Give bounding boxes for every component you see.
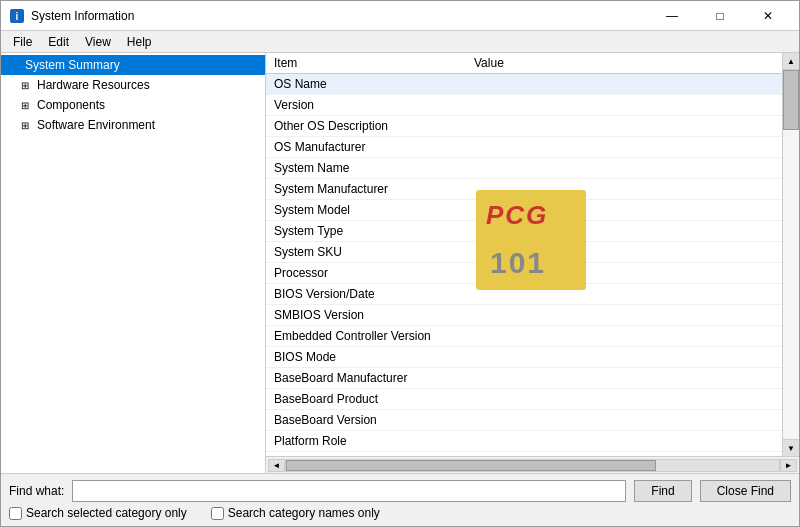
main-content: System Summary ⊞ Hardware Resources ⊞ Co…: [1, 53, 799, 473]
table-cell-item: System Name: [266, 158, 466, 179]
find-input[interactable]: [72, 480, 626, 502]
table-cell-item: Platform Role: [266, 431, 466, 452]
table-cell-item: System Type: [266, 221, 466, 242]
scroll-track[interactable]: [285, 459, 780, 472]
find-label: Find what:: [9, 484, 64, 498]
checkbox-row: Search selected category only Search cat…: [9, 506, 791, 520]
table-cell-item: BaseBoard Product: [266, 389, 466, 410]
title-bar: i System Information — □ ✕: [1, 1, 799, 31]
table-cell-item: OS Manufacturer: [266, 137, 466, 158]
window-controls: — □ ✕: [649, 1, 791, 31]
table-row: SMBIOS Version: [266, 305, 782, 326]
table-row: BIOS Mode: [266, 347, 782, 368]
checkbox-category-names-label[interactable]: Search category names only: [211, 506, 380, 520]
minimize-button[interactable]: —: [649, 1, 695, 31]
data-table: Item Value OS NameVersionOther OS Descri…: [266, 53, 782, 452]
table-cell-item: System Manufacturer: [266, 179, 466, 200]
title-bar-left: i System Information: [9, 8, 134, 24]
table-cell-item: Version: [266, 95, 466, 116]
table-cell-item: Other OS Description: [266, 116, 466, 137]
table-cell-value: [466, 158, 782, 179]
bottom-panel: Find what: Find Close Find Search select…: [1, 473, 799, 526]
svg-text:i: i: [16, 11, 19, 22]
table-cell-item: Processor: [266, 263, 466, 284]
scroll-thumb[interactable]: [783, 70, 799, 130]
scroll-up-btn[interactable]: ▲: [783, 53, 799, 70]
table-row: System ModelPCG101: [266, 200, 782, 221]
table-cell-value: [466, 347, 782, 368]
checkbox-category-names[interactable]: [211, 507, 224, 520]
sidebar-item-hardware-resources[interactable]: ⊞ Hardware Resources: [1, 75, 265, 95]
main-window: i System Information — □ ✕ File Edit Vie…: [0, 0, 800, 527]
table-row: BaseBoard Product: [266, 389, 782, 410]
table-cell-item: OS Name: [266, 74, 466, 95]
table-cell-value: [466, 368, 782, 389]
close-find-button[interactable]: Close Find: [700, 480, 791, 502]
table-cell-value: [466, 74, 782, 95]
checkbox2-label: Search category names only: [228, 506, 380, 520]
table-row: BaseBoard Manufacturer: [266, 368, 782, 389]
sidebar-item-system-summary[interactable]: System Summary: [1, 55, 265, 75]
find-button[interactable]: Find: [634, 480, 691, 502]
header-value: Value: [466, 53, 782, 74]
vertical-scrollbar[interactable]: ▲ ▼: [782, 53, 799, 456]
sidebar-item-components[interactable]: ⊞ Components: [1, 95, 265, 115]
table-cell-value: [466, 431, 782, 452]
scroll-left-btn[interactable]: ◄: [268, 459, 285, 472]
table-row: Other OS Description: [266, 116, 782, 137]
close-button[interactable]: ✕: [745, 1, 791, 31]
maximize-button[interactable]: □: [697, 1, 743, 31]
sidebar-item-software-environment[interactable]: ⊞ Software Environment: [1, 115, 265, 135]
scroll-right-btn[interactable]: ►: [780, 459, 797, 472]
table-row: OS Manufacturer: [266, 137, 782, 158]
header-item: Item: [266, 53, 466, 74]
table-cell-value: [466, 116, 782, 137]
table-cell-item: Embedded Controller Version: [266, 326, 466, 347]
table-cell-item: System SKU: [266, 242, 466, 263]
menu-file[interactable]: File: [5, 33, 40, 51]
table-row: OS Name: [266, 74, 782, 95]
window-title: System Information: [31, 9, 134, 23]
app-icon: i: [9, 8, 25, 24]
menu-view[interactable]: View: [77, 33, 119, 51]
table-cell-item: SMBIOS Version: [266, 305, 466, 326]
table-cell-value: [466, 326, 782, 347]
menu-edit[interactable]: Edit: [40, 33, 77, 51]
table-cell-value: PCG101: [466, 200, 782, 221]
table-cell-item: BaseBoard Manufacturer: [266, 368, 466, 389]
find-row: Find what: Find Close Find: [9, 480, 791, 502]
table-container[interactable]: Item Value OS NameVersionOther OS Descri…: [266, 53, 782, 456]
sidebar: System Summary ⊞ Hardware Resources ⊞ Co…: [1, 53, 266, 473]
horizontal-scrollbar[interactable]: ◄ ►: [266, 456, 799, 473]
table-cell-item: BaseBoard Version: [266, 410, 466, 431]
table-cell-value: [466, 137, 782, 158]
table-cell-value: [466, 389, 782, 410]
scroll-down-btn[interactable]: ▼: [783, 439, 799, 456]
checkbox1-label: Search selected category only: [26, 506, 187, 520]
table-cell-value: [466, 95, 782, 116]
table-cell-item: System Model: [266, 200, 466, 221]
table-row: BaseBoard Version: [266, 410, 782, 431]
expand-icon-hardware: ⊞: [21, 80, 33, 91]
table-cell-value: [466, 305, 782, 326]
expand-icon-software: ⊞: [21, 120, 33, 131]
checkbox-selected-category-label[interactable]: Search selected category only: [9, 506, 187, 520]
table-row: Embedded Controller Version: [266, 326, 782, 347]
menu-help[interactable]: Help: [119, 33, 160, 51]
scroll-thumb-h[interactable]: [286, 460, 656, 471]
expand-icon-components: ⊞: [21, 100, 33, 111]
components-label: Components: [37, 98, 105, 112]
table-cell-value: [466, 410, 782, 431]
table-row: Platform Role: [266, 431, 782, 452]
table-cell-item: BIOS Mode: [266, 347, 466, 368]
menu-bar: File Edit View Help: [1, 31, 799, 53]
content-area: Item Value OS NameVersionOther OS Descri…: [266, 53, 799, 473]
table-row: System Name: [266, 158, 782, 179]
table-cell-item: BIOS Version/Date: [266, 284, 466, 305]
checkbox-selected-category[interactable]: [9, 507, 22, 520]
table-row: Version: [266, 95, 782, 116]
